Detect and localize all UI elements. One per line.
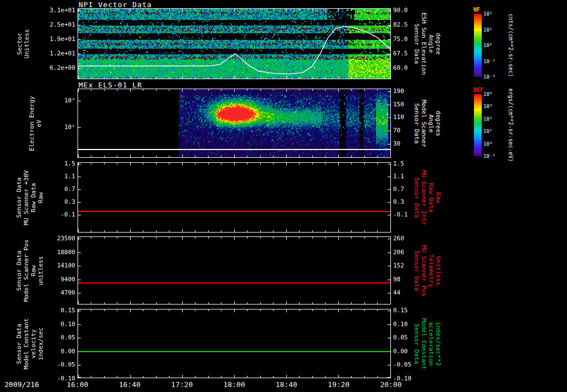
time-tick-label: 16:40	[119, 380, 141, 389]
colorbar-tick-label: 10⁴	[483, 91, 492, 97]
axis-tick	[182, 310, 183, 312]
axis-tick	[286, 9, 287, 12]
colorbar-tick-label: 10²	[483, 116, 492, 122]
axis-tick	[260, 77, 261, 79]
axis-tick	[117, 237, 117, 239]
axis-tick	[377, 376, 378, 378]
axis-tick	[286, 89, 287, 92]
axis-tick	[338, 375, 339, 378]
y-tick-label-right: 190	[393, 87, 404, 95]
axis-tick	[91, 77, 91, 79]
axis-tick	[299, 77, 300, 79]
y-tick-label-left: 4700	[42, 289, 75, 296]
y-tick-label-right: 0.10	[393, 321, 408, 328]
axis-tick	[78, 293, 81, 293]
axis-tick	[78, 202, 81, 203]
axis-tick	[104, 77, 105, 79]
axis-tick	[195, 302, 195, 304]
axis-tick	[351, 310, 352, 311]
axis-tick	[260, 376, 261, 378]
panel-left-axis-label: Sensor Data Model Scanner Pos Raw unitle…	[16, 239, 44, 302]
axis-tick	[273, 77, 274, 79]
axis-tick	[260, 302, 261, 304]
els-baseline-line	[78, 149, 390, 150]
axis-tick	[78, 280, 81, 280]
axis-tick	[143, 302, 143, 304]
y-tick-label-right: 0.7	[393, 185, 404, 193]
axis-tick	[104, 376, 105, 378]
axis-tick	[286, 310, 287, 312]
axis-tick	[195, 163, 195, 164]
axis-tick	[377, 302, 378, 304]
axis-tick	[312, 237, 313, 239]
axis-tick	[195, 156, 195, 157]
y-tick-label-left: 3.1e+01	[42, 7, 75, 14]
axis-tick	[130, 9, 131, 12]
axis-tick	[91, 310, 91, 311]
axis-tick	[78, 377, 81, 378]
y-tick-label-right: 260	[393, 235, 404, 242]
axis-tick	[260, 230, 261, 232]
axis-tick	[273, 237, 274, 239]
axis-tick	[117, 230, 117, 232]
axis-tick	[325, 237, 326, 239]
axis-tick	[182, 375, 183, 378]
axis-tick	[364, 310, 365, 311]
y-tick-label-right: 98	[393, 276, 400, 283]
axis-tick	[260, 89, 261, 91]
axis-tick	[234, 229, 235, 232]
axis-tick	[156, 376, 157, 378]
axis-tick	[388, 68, 390, 69]
axis-tick	[234, 301, 235, 304]
axis-tick	[195, 376, 195, 378]
axis-tick	[117, 163, 117, 164]
axis-tick	[286, 76, 287, 79]
axis-tick	[156, 163, 157, 164]
axis-tick	[273, 230, 274, 232]
axis-tick	[338, 237, 339, 240]
axis-tick	[195, 89, 195, 91]
y-tick-label-right: 0.00	[393, 348, 408, 355]
axis-tick	[182, 154, 183, 157]
axis-tick	[234, 375, 235, 378]
axis-tick	[78, 11, 81, 11]
colorbar-tick-label: 10¹	[483, 27, 492, 33]
axis-tick	[364, 230, 365, 232]
axis-tick	[234, 9, 235, 12]
axis-tick	[247, 156, 248, 157]
y-tick-label-left: 1.1	[42, 173, 75, 180]
panel2-title: MEx ELS-01 LR	[79, 81, 142, 89]
axis-tick	[364, 302, 365, 304]
axis-tick	[388, 39, 390, 40]
axis-tick	[78, 229, 79, 232]
data-line	[78, 351, 390, 352]
axis-tick	[388, 202, 390, 203]
y-tick-label-left: 1.5	[42, 160, 75, 167]
y-tick-label-right: 206	[393, 249, 404, 256]
axis-tick	[351, 376, 352, 378]
axis-tick	[91, 9, 91, 11]
axis-tick	[156, 156, 157, 157]
axis-tick	[364, 156, 365, 157]
y-tick-label-right: 152	[393, 262, 404, 269]
axis-tick	[169, 376, 169, 378]
axis-tick	[182, 9, 183, 12]
axis-tick	[388, 280, 390, 280]
axis-tick	[143, 156, 143, 157]
axis-tick	[117, 310, 117, 311]
axis-tick	[169, 156, 169, 157]
axis-tick	[338, 229, 339, 232]
panel-left-axis-label: Sector Unitless	[16, 29, 30, 59]
axis-tick	[299, 163, 300, 164]
axis-tick	[325, 163, 326, 164]
axis-tick	[286, 229, 287, 232]
axis-tick	[273, 9, 274, 11]
axis-tick	[286, 301, 287, 304]
axis-tick	[78, 189, 81, 190]
panel1-title: NPI Vector Data	[79, 1, 152, 9]
axis-tick	[208, 156, 209, 157]
axis-tick	[208, 89, 209, 91]
axis-tick	[299, 230, 300, 232]
axis-tick	[247, 376, 248, 378]
axis-tick	[234, 237, 235, 240]
